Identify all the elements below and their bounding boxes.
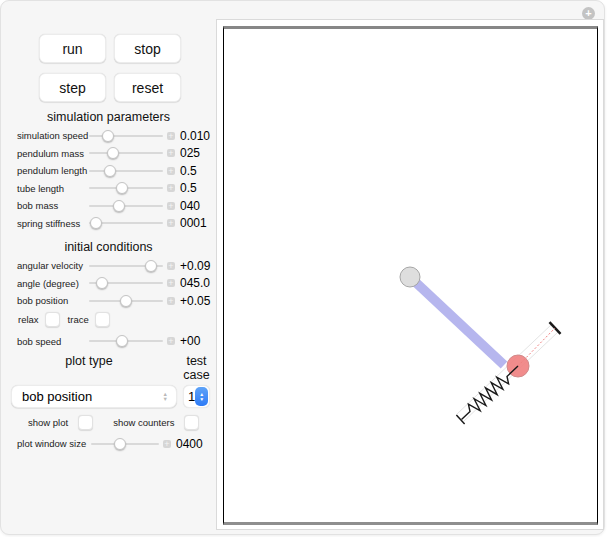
slider-thumb[interactable] [96, 277, 108, 289]
demonstration-window: + run stop step reset simulation paramet… [0, 0, 605, 535]
spring [462, 366, 519, 420]
expand-slider-icon[interactable]: + [167, 149, 175, 157]
slider-value: +0.05 [180, 294, 210, 308]
expand-slider-icon[interactable]: + [167, 262, 175, 270]
slider-thumb[interactable] [145, 260, 157, 272]
expand-slider-icon[interactable]: + [163, 440, 171, 448]
angle-degree-slider[interactable] [89, 277, 163, 289]
relax-trace-row: relax trace [1, 310, 216, 330]
simulation-canvas [223, 26, 598, 525]
slider-value: 0.010 [180, 129, 210, 143]
simulation-speed-slider[interactable] [89, 130, 163, 142]
plot-selectors-row: bob position ▲▼ 1 ▲▼ [11, 385, 216, 408]
bob-position-slider[interactable] [89, 295, 163, 307]
expand-slider-icon[interactable]: + [167, 279, 175, 287]
slider-value: +0.09 [180, 259, 210, 273]
pendulum-pivot [400, 267, 420, 287]
slider-row: tube length + 0.5 [1, 180, 216, 198]
expand-slider-icon[interactable]: + [167, 184, 175, 192]
slider-label: pendulum length [17, 165, 89, 176]
plot-type-select[interactable]: bob position ▲▼ [11, 385, 177, 408]
stop-button[interactable]: stop [114, 34, 181, 63]
test-case-heading: test case [177, 354, 216, 382]
bob-speed-slider[interactable] [89, 335, 163, 347]
slider-label: pendulum mass [17, 148, 89, 159]
expand-slider-icon[interactable]: + [167, 337, 175, 345]
slider-row: bob position + +0.05 [1, 292, 216, 310]
slider-value: 025 [180, 146, 200, 160]
slider-row: pendulum length + 0.5 [1, 162, 216, 180]
simulation-parameters-heading: simulation parameters [1, 110, 216, 124]
slider-thumb[interactable] [107, 147, 119, 159]
control-panel: run stop step reset simulation parameter… [1, 1, 216, 453]
bob-mass-slider[interactable] [89, 200, 163, 212]
pendulum-rod [410, 277, 504, 365]
slider-label: bob position [17, 295, 89, 306]
slider-label: spring stiffness [17, 218, 89, 229]
slider-thumb[interactable] [102, 130, 114, 142]
show-counters-checkbox[interactable] [184, 415, 199, 430]
slider-value: +00 [180, 334, 200, 348]
pendulum-length-slider[interactable] [89, 165, 163, 177]
pendulum-drawing [224, 29, 597, 522]
slider-row: plot window size + 0400 [1, 435, 216, 453]
expand-slider-icon[interactable]: + [167, 297, 175, 305]
reset-button[interactable]: reset [114, 73, 181, 102]
show-options-row: show plot show counters [1, 412, 216, 432]
initial-conditions-heading: initial conditions [1, 240, 216, 254]
tube-length-slider[interactable] [89, 182, 163, 194]
trace-checkbox[interactable] [95, 312, 110, 327]
slider-thumb[interactable] [114, 438, 126, 450]
graphics-panel [216, 19, 604, 530]
step-button[interactable]: step [39, 73, 106, 102]
trace-label: trace [68, 314, 89, 325]
slider-row: simulation speed + 0.010 [1, 127, 216, 145]
chevron-up-down-icon: ▲▼ [163, 392, 168, 402]
slider-label: bob speed [17, 336, 89, 347]
slider-row: bob speed + +00 [1, 333, 216, 351]
slider-value: 040 [180, 199, 200, 213]
slider-label: angular velocity [17, 260, 89, 271]
spring-stiffness-slider[interactable] [89, 217, 163, 229]
slider-row: spring stiffness + 0001 [1, 215, 216, 233]
show-counters-label: show counters [113, 417, 174, 428]
slider-row: bob mass + 040 [1, 197, 216, 215]
slider-row: angle (degree) + 045.0 [1, 275, 216, 293]
plot-window-size-slider[interactable] [91, 438, 159, 450]
slider-thumb[interactable] [90, 217, 102, 229]
plot-type-value: bob position [22, 389, 163, 404]
pendulum-mass-slider[interactable] [89, 147, 163, 159]
slider-thumb[interactable] [116, 335, 128, 347]
plot-headings-row: plot type test case [1, 354, 216, 382]
slider-value: 0.5 [180, 181, 197, 195]
slider-thumb[interactable] [113, 200, 125, 212]
angular-velocity-slider[interactable] [89, 260, 163, 272]
expand-slider-icon[interactable]: + [167, 167, 175, 175]
slider-value: 045.0 [180, 276, 210, 290]
expand-slider-icon[interactable]: + [167, 219, 175, 227]
slider-row: pendulum mass + 025 [1, 145, 216, 163]
slider-label: bob mass [17, 200, 89, 211]
tube-end-cap [456, 415, 464, 424]
slider-row: angular velocity + +0.09 [1, 257, 216, 275]
show-plot-checkbox[interactable] [78, 415, 93, 430]
relax-checkbox[interactable] [45, 312, 60, 327]
plot-type-heading: plot type [1, 354, 177, 382]
slider-value: 0.5 [180, 164, 197, 178]
expand-slider-icon[interactable]: + [167, 132, 175, 140]
slider-thumb[interactable] [116, 182, 128, 194]
slider-label: plot window size [17, 438, 91, 449]
stepper-up-down-icon[interactable]: ▲▼ [195, 387, 208, 406]
slider-value: 0001 [180, 216, 207, 230]
test-case-stepper[interactable]: 1 ▲▼ [183, 385, 210, 408]
slider-thumb[interactable] [104, 165, 116, 177]
relax-label: relax [18, 314, 39, 325]
slider-label: angle (degree) [17, 278, 89, 289]
run-button[interactable]: run [39, 34, 106, 63]
slider-value: 0400 [176, 437, 203, 451]
show-plot-label: show plot [28, 417, 68, 428]
test-case-value: 1 [188, 389, 195, 404]
slider-thumb[interactable] [120, 295, 132, 307]
button-grid: run stop step reset [39, 34, 216, 102]
expand-slider-icon[interactable]: + [167, 202, 175, 210]
